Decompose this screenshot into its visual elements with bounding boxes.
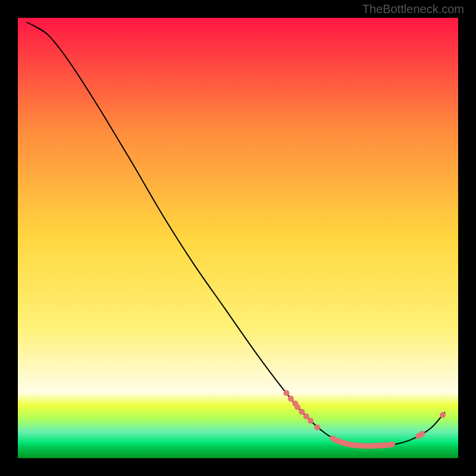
watermark-text: TheBottleneck.com [362, 2, 464, 16]
highlight-dot [303, 414, 309, 419]
highlight-dot [295, 404, 300, 410]
highlight-dot [389, 441, 395, 447]
highlight-dot [440, 412, 446, 418]
highlight-dot [288, 396, 294, 402]
chart-svg [18, 18, 458, 458]
highlight-dot [314, 424, 320, 430]
highlight-dot [308, 418, 314, 424]
highlight-dot [419, 431, 425, 437]
chart-plot-area [18, 18, 458, 458]
highlight-dot [283, 390, 289, 396]
highlight-dot [299, 409, 305, 415]
